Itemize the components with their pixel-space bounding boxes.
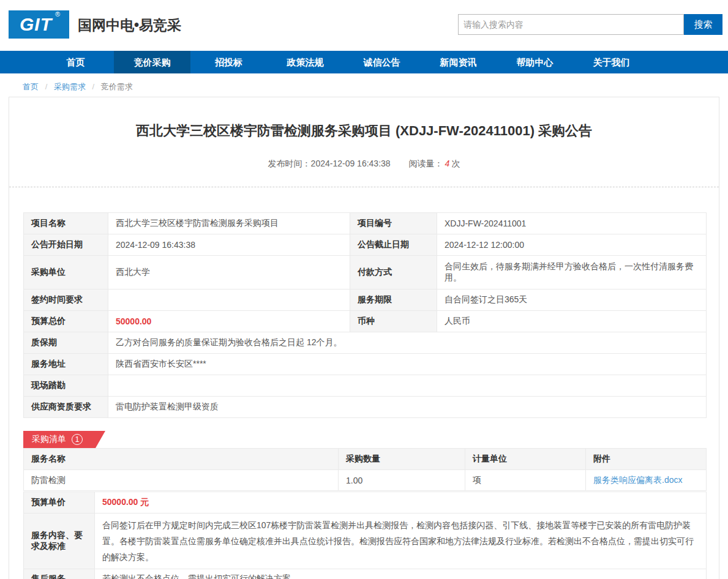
items-header-row: 服务名称 采购数量 计量单位 附件 xyxy=(24,449,707,470)
detail-label: 项目名称 xyxy=(24,213,108,234)
publish-time-label: 发布时间： xyxy=(268,159,311,168)
detail-row: 服务地址 陕西省西安市长安区**** xyxy=(24,354,707,375)
detail-row: 公告开始日期 2024-12-09 16:43:38 公告截止日期 2024-1… xyxy=(24,234,707,256)
detail-label: 质保期 xyxy=(24,332,108,354)
detail-label: 项目编号 xyxy=(350,213,437,234)
detail-label: 供应商资质要求 xyxy=(24,397,108,418)
detail-value xyxy=(108,375,707,397)
purchase-items-table: 服务名称 采购数量 计量单位 附件 防雷检测 1.00 项 服务类响应偏离表.d… xyxy=(23,448,707,491)
breadcrumb-purchase-demand[interactable]: 采购需求 xyxy=(54,82,86,91)
breadcrumb-separator: / xyxy=(45,82,48,91)
detail-label: 预算总价 xyxy=(24,311,108,332)
nav-item-policies[interactable]: 政策法规 xyxy=(267,51,343,73)
breadcrumb: 首页 / 采购需求 / 竞价需求 xyxy=(23,81,133,92)
detail-label: 公告开始日期 xyxy=(24,234,108,256)
read-count-label: 阅读量： xyxy=(409,159,443,168)
table-row: 防雷检测 1.00 项 服务类响应偏离表.docx xyxy=(24,470,707,491)
detail-value: 西北大学 xyxy=(108,256,350,290)
read-count: 4 xyxy=(445,159,450,168)
column-header-quantity: 采购数量 xyxy=(339,449,465,470)
detail-value xyxy=(108,290,350,311)
registered-mark-icon: ® xyxy=(55,10,61,18)
nav-item-about-us[interactable]: 关于我们 xyxy=(573,51,650,73)
detail-row: 项目名称 西北大学三校区楼宇防雷检测服务采购项目 项目编号 XDJJ-FW-20… xyxy=(24,213,707,234)
nav-item-news[interactable]: 新闻资讯 xyxy=(420,51,497,73)
publish-time: 2024-12-09 16:43:38 xyxy=(311,159,391,168)
detail-value: 人民币 xyxy=(437,311,707,332)
detail-label: 公告截止日期 xyxy=(350,234,437,256)
nav-item-tendering[interactable]: 招投标 xyxy=(190,51,267,73)
detail-row: 预算总价 50000.00 币种 人民币 xyxy=(24,311,707,332)
dashed-divider xyxy=(9,187,719,187)
budget-label: 服务内容、要求及标准 xyxy=(24,514,95,569)
announcement-card: 西北大学三校区楼宇防雷检测服务采购项目 (XDJJ-FW-202411001) … xyxy=(9,97,719,579)
search-button[interactable]: 搜索 xyxy=(684,14,722,35)
detail-value: 2024-12-12 12:00:00 xyxy=(437,234,707,256)
detail-value: 自合同签订之日365天 xyxy=(437,290,707,311)
top-header: GIT® 国网中电•易竞采 搜索 xyxy=(0,0,728,51)
search-input[interactable] xyxy=(458,14,684,35)
site-title: 国网中电•易竞采 xyxy=(78,0,181,51)
site-logo[interactable]: GIT® xyxy=(9,10,69,39)
column-header-unit: 计量单位 xyxy=(465,449,586,470)
detail-label: 服务地址 xyxy=(24,354,108,375)
search-box: 搜索 xyxy=(458,14,722,35)
budget-row: 售后服务 若检测出不合格点位，需提出切实可行的解决方案。 xyxy=(24,569,707,579)
detail-label: 服务期限 xyxy=(350,290,437,311)
unit-price-value: 50000.00 元 xyxy=(95,492,707,514)
detail-label: 付款方式 xyxy=(350,256,437,290)
breadcrumb-separator: / xyxy=(92,82,95,91)
service-requirements-value: 合同签订后在甲方规定时间内完成三校区107栋楼宇防雷装置检测并出具检测报告，检测… xyxy=(95,514,707,569)
detail-value: XDJJ-FW-202411001 xyxy=(437,213,707,234)
after-sales-value: 若检测出不合格点位，需提出切实可行的解决方案。 xyxy=(95,569,707,579)
detail-value: 陕西省西安市长安区**** xyxy=(108,354,707,375)
attachment-link[interactable]: 服务类响应偏离表.docx xyxy=(593,475,682,485)
column-header-service-name: 服务名称 xyxy=(24,449,339,470)
detail-value: 西北大学三校区楼宇防雷检测服务采购项目 xyxy=(108,213,350,234)
nav-item-bidding-purchase[interactable]: 竞价采购 xyxy=(114,51,190,73)
detail-value: 2024-12-09 16:43:38 xyxy=(108,234,350,256)
column-header-attachment: 附件 xyxy=(586,449,707,470)
breadcrumb-current: 竞价需求 xyxy=(101,82,133,91)
item-unit: 项 xyxy=(465,470,586,491)
page: GIT® 国网中电•易竞采 搜索 首页 竞价采购 招投标 政策法规 诚信公告 新… xyxy=(0,0,728,579)
announcement-title: 西北大学三校区楼宇防雷检测服务采购项目 (XDJJ-FW-202411001) … xyxy=(9,122,719,140)
nav-item-integrity-notice[interactable]: 诚信公告 xyxy=(343,51,420,73)
budget-row: 服务内容、要求及标准 合同签订后在甲方规定时间内完成三校区107栋楼宇防雷装置检… xyxy=(24,514,707,569)
budget-label: 预算单价 xyxy=(24,492,95,514)
budget-total-value: 50000.00 xyxy=(108,311,350,332)
detail-row: 现场踏勘 xyxy=(24,375,707,397)
detail-value: 乙方对合同服务的质量保证期为验收合格后之日起 12个月。 xyxy=(108,332,707,354)
detail-row: 采购单位 西北大学 付款方式 合同生效后，待服务期满并经甲方验收合格后，一次性付… xyxy=(24,256,707,290)
item-service-name: 防雷检测 xyxy=(24,470,339,491)
budget-table: 预算单价 50000.00 元 服务内容、要求及标准 合同签订后在甲方规定时间内… xyxy=(23,491,707,579)
detail-row: 供应商资质要求 雷电防护装置检测甲级资质 xyxy=(24,397,707,418)
detail-label: 现场踏勘 xyxy=(24,375,108,397)
budget-row: 预算单价 50000.00 元 xyxy=(24,492,707,514)
purchase-list-badge-label: 采购清单 xyxy=(32,434,66,445)
detail-value: 雷电防护装置检测甲级资质 xyxy=(108,397,707,418)
nav-item-home[interactable]: 首页 xyxy=(37,51,114,73)
item-quantity: 1.00 xyxy=(339,470,465,491)
logo-git-text: GIT® xyxy=(20,14,58,35)
read-count-unit: 次 xyxy=(451,159,460,168)
badge-count-circle-icon: 1 xyxy=(72,434,83,445)
project-detail-table: 项目名称 西北大学三校区楼宇防雷检测服务采购项目 项目编号 XDJJ-FW-20… xyxy=(23,212,707,418)
detail-value: 合同生效后，待服务期满并经甲方验收合格后，一次性付清服务费用。 xyxy=(437,256,707,290)
main-nav: 首页 竞价采购 招投标 政策法规 诚信公告 新闻资讯 帮助中心 关于我们 xyxy=(0,51,728,73)
purchase-list-badge: 采购清单 1 xyxy=(23,431,105,448)
publish-info: 发布时间：2024-12-09 16:43:38阅读量：4次 xyxy=(9,159,719,170)
detail-label: 签约时间要求 xyxy=(24,290,108,311)
breadcrumb-home[interactable]: 首页 xyxy=(23,82,39,91)
detail-label: 采购单位 xyxy=(24,256,108,290)
budget-label: 售后服务 xyxy=(24,569,95,579)
nav-item-help-center[interactable]: 帮助中心 xyxy=(497,51,573,73)
detail-row: 质保期 乙方对合同服务的质量保证期为验收合格后之日起 12个月。 xyxy=(24,332,707,354)
detail-label: 币种 xyxy=(350,311,437,332)
detail-row: 签约时间要求 服务期限 自合同签订之日365天 xyxy=(24,290,707,311)
